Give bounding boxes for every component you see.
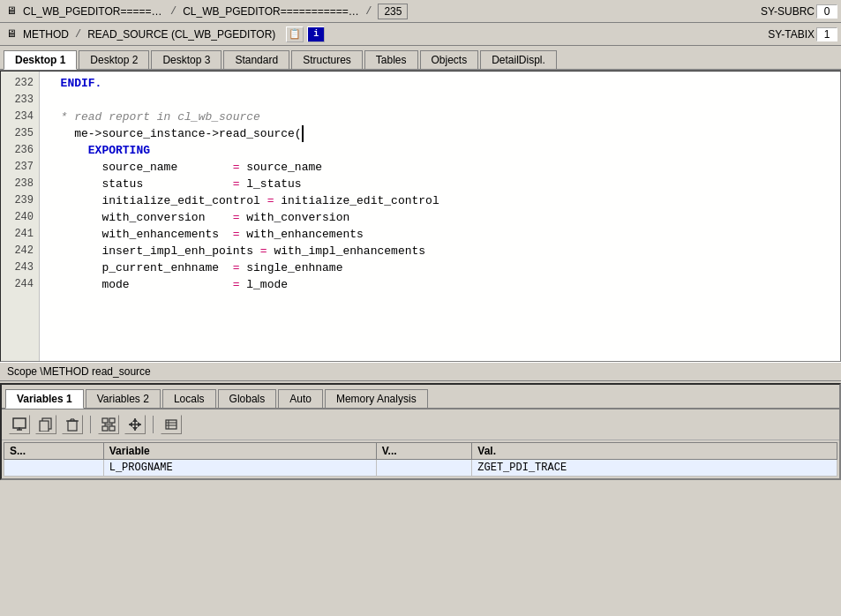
toolbar-row-2: 🖥 METHOD / READ_SOURCE (CL_WB_PGEDITOR) … [0,23,841,46]
col-header-v: V... [376,443,472,460]
table-row[interactable]: L_PROGNAME ZGET_PDI_TRACE [4,460,837,477]
keyword-endif: ENDIF. [61,75,102,92]
tab-standard[interactable]: Standard [223,50,289,69]
tab-desktop1[interactable]: Desktop 1 [4,50,77,70]
tab-auto[interactable]: Auto [278,389,323,408]
svg-marker-22 [138,422,141,427]
code-line-239: initialize_edit_control = initialize_edi… [47,192,833,209]
method-name: READ_SOURCE (CL_WB_PGEDITOR) [87,28,275,41]
sy-subrc-field: SY-SUBRC 0 [761,4,837,19]
code-line-233 [47,92,833,109]
col-header-s: S... [4,443,104,460]
sy-subrc-label: SY-SUBRC [761,5,815,18]
code-line-235: ⇒ me->source_instance->read_source( [47,125,833,142]
table-header-row: S... Variable V... Val. [4,443,837,460]
sy-tabix-value: 1 [816,27,837,41]
tab-locals[interactable]: Locals [162,389,216,408]
bottom-toolbar [2,409,839,440]
line-235-text: me->source_instance->read_source( [47,125,302,142]
tab-structures[interactable]: Structures [291,50,363,69]
code-line-232: ENDIF. [47,75,833,92]
tab-desktop3[interactable]: Desktop 3 [151,50,222,69]
bottom-tab-bar: Variables 1 Variables 2 Locals Globals A… [2,385,839,409]
svg-marker-19 [132,418,138,422]
tab-tables[interactable]: Tables [364,50,418,69]
cell-s [4,460,104,477]
app-icon-2: 🖥 [4,26,19,42]
clear-button[interactable] [161,415,182,434]
code-line-242: insert_impl_enh_points = with_impl_enhan… [47,243,833,259]
code-line-237: source_name = source_name [47,159,833,176]
svg-rect-10 [102,418,108,423]
tab-memory-analysis[interactable]: Memory Analysis [325,389,428,408]
tab-variables2[interactable]: Variables 2 [86,389,161,408]
code-lines[interactable]: ENDIF. * read report in cl_wb_source ⇒ m… [40,71,840,361]
code-line-238: status = l_status [47,176,833,192]
copy-button[interactable] [35,415,56,434]
col-header-variable: Variable [103,443,376,460]
toolbar-icon-btn1[interactable]: 📋 [286,26,304,42]
code-line-240: with_conversion = with_conversion [47,209,833,226]
cell-v [376,460,472,477]
svg-rect-13 [109,426,115,431]
status-text: Scope \METHOD read_source [7,365,151,378]
method-label: METHOD [23,28,69,41]
tab-objects[interactable]: Objects [420,50,479,69]
breadcrumb-text-1: CL_WB_PGEDITOR==============. [23,5,164,18]
code-line-234: * read report in cl_wb_source [47,109,833,125]
separator-1: / [168,5,179,18]
breadcrumb-text-2: CL_WB_PGEDITOR================. [183,5,359,18]
svg-rect-0 [13,418,26,428]
svg-rect-12 [102,426,108,431]
separator-3: / [72,28,84,41]
svg-marker-21 [129,422,132,427]
sys-fields-row1: SY-SUBRC 0 [761,4,837,19]
tab-desktop2[interactable]: Desktop 2 [79,50,149,69]
add-watch-button[interactable] [9,415,30,434]
variables-table-container: S... Variable V... Val. L_PROGNAME ZGET_… [2,440,839,478]
col-header-val: Val. [472,443,837,460]
top-tab-bar: Desktop 1 Desktop 2 Desktop 3 Standard S… [0,46,841,71]
tab-globals[interactable]: Globals [218,389,277,408]
sys-fields-row2: SY-TABIX 1 [768,27,837,41]
separator-2: / [363,5,374,18]
toolbar-separator-1 [90,416,91,433]
cell-val: ZGET_PDI_TRACE [472,460,837,477]
bottom-panel: Variables 1 Variables 2 Locals Globals A… [0,383,841,480]
delete-button[interactable] [62,415,83,434]
svg-rect-11 [109,418,115,423]
move-button[interactable] [124,415,146,434]
cell-variable: L_PROGNAME [103,460,376,477]
sy-subrc-value: 0 [816,4,837,19]
app-icon-1: 🖥 [4,4,19,19]
line-numbers: 232 233 234 235 236 237 238 239 240 241 … [1,71,40,361]
structure-button[interactable] [98,415,119,434]
code-line-236: EXPORTING [47,142,833,159]
code-line-244: mode = l_mode [47,276,833,293]
toolbar-separator-2 [153,416,154,433]
code-line-243: p_current_enhname = single_enhname [47,259,833,276]
info-icon[interactable]: i [307,26,325,42]
tab-detaildispl[interactable]: DetailDispl. [480,50,557,69]
line-number-badge[interactable]: 235 [378,4,408,19]
code-line-241: with_enhancements = with_enhancements [47,226,833,243]
code-editor: 232 233 234 235 236 237 238 239 240 241 … [0,71,841,362]
svg-rect-23 [166,420,176,429]
comment-234: * read report in cl_wb_source [47,109,260,125]
variables-table: S... Variable V... Val. L_PROGNAME ZGET_… [4,442,837,477]
keyword-exporting: EXPORTING [88,142,150,159]
sy-tabix-field: SY-TABIX 1 [768,27,837,41]
svg-rect-4 [40,421,49,432]
svg-marker-20 [132,427,138,431]
tab-variables1[interactable]: Variables 1 [5,389,84,409]
status-bar: Scope \METHOD read_source [0,362,841,381]
svg-rect-5 [68,421,77,431]
toolbar-row-1: 🖥 CL_WB_PGEDITOR==============. / CL_WB_… [0,0,841,23]
sy-tabix-label: SY-TABIX [768,28,815,41]
